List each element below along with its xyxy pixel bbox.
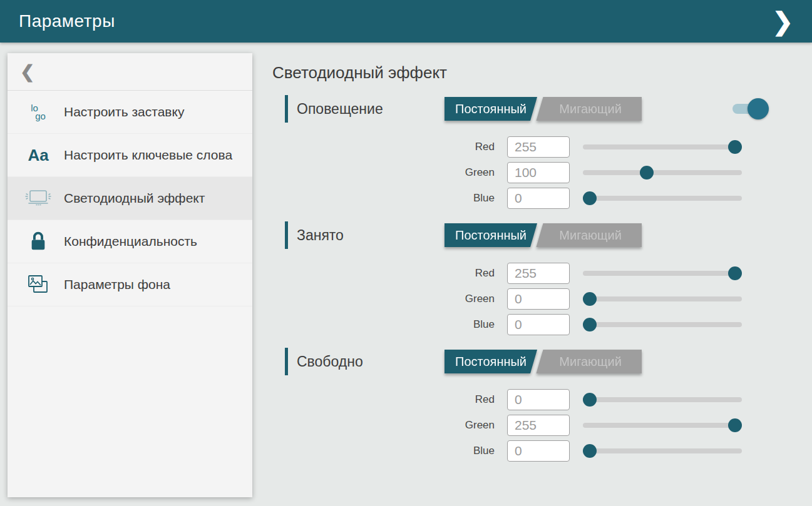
- channel-row: Green: [272, 162, 812, 183]
- channel-label: Red: [272, 141, 495, 153]
- slider-track[interactable]: [583, 296, 742, 301]
- channel-row: Red: [272, 136, 812, 158]
- page-title: Параметры: [19, 11, 115, 31]
- slider-thumb[interactable]: [728, 140, 742, 154]
- sidebar-item-label: Светодиодный эффект: [64, 190, 205, 206]
- channel-row: Blue: [272, 188, 812, 209]
- rgb-channels: Red Green Blue: [272, 389, 812, 462]
- sidebar-item-label: Параметры фона: [64, 276, 170, 293]
- toggle-thumb: [748, 98, 769, 119]
- section-accent-bar: [285, 221, 288, 249]
- channel-value-input[interactable]: [507, 162, 570, 183]
- sidebar-items: logo Настроить заставку Aa Настроить клю…: [8, 91, 252, 306]
- slider-thumb[interactable]: [583, 444, 597, 458]
- sidebar-item-privacy[interactable]: Конфиденциальность: [8, 220, 252, 263]
- slider-thumb[interactable]: [583, 292, 597, 306]
- logo-text-icon: logo: [24, 104, 53, 120]
- main-content: Светодиодный эффект Оповещение Постоянны…: [272, 43, 812, 466]
- slider-thumb[interactable]: [583, 318, 597, 331]
- channel-value-input[interactable]: [507, 188, 570, 209]
- back-chevron-icon[interactable]: ❮: [20, 61, 34, 82]
- channel-slider[interactable]: [583, 440, 742, 462]
- channel-row: Blue: [272, 440, 812, 462]
- background-images-icon: [24, 273, 53, 296]
- forward-chevron-icon[interactable]: ❯: [768, 9, 797, 34]
- channel-value-input[interactable]: [507, 415, 570, 436]
- slider-track[interactable]: [583, 170, 742, 175]
- section-enable-toggle[interactable]: [732, 104, 763, 114]
- slider-track[interactable]: [583, 144, 742, 149]
- channel-slider[interactable]: [583, 415, 742, 436]
- channel-slider[interactable]: [583, 162, 742, 183]
- channel-label: Green: [272, 166, 495, 179]
- slider-track[interactable]: [583, 448, 742, 453]
- led-section-0: Оповещение Постоянный Мигающий Red Green: [272, 95, 812, 209]
- section-accent-bar: [285, 95, 288, 123]
- sidebar-item-label: Настроить ключевые слова: [64, 147, 232, 163]
- led-display-icon: [24, 188, 53, 209]
- section-title: Оповещение: [297, 101, 383, 118]
- channel-value-input[interactable]: [507, 136, 570, 158]
- sidebar-item-screensaver[interactable]: logo Настроить заставку: [8, 91, 252, 134]
- slider-thumb[interactable]: [728, 266, 742, 280]
- section-accent-bar: [285, 348, 288, 375]
- slider-track[interactable]: [583, 322, 742, 327]
- settings-sidebar: ❮ logo Настроить заставку Aa Настроить к…: [8, 53, 252, 497]
- channel-row: Green: [272, 288, 812, 310]
- slider-track[interactable]: [583, 423, 742, 428]
- channel-value-input[interactable]: [507, 314, 570, 335]
- channel-slider[interactable]: [583, 136, 742, 158]
- channel-value-input[interactable]: [507, 288, 570, 310]
- channel-slider[interactable]: [583, 288, 742, 310]
- channel-label: Green: [272, 419, 495, 432]
- slider-thumb[interactable]: [640, 166, 654, 180]
- sidebar-back-row: ❮: [8, 53, 252, 91]
- channel-label: Blue: [272, 318, 495, 331]
- channel-row: Blue: [272, 314, 812, 335]
- mode-segmented-control: Постоянный Мигающий: [445, 223, 642, 247]
- channel-label: Green: [272, 293, 495, 305]
- channel-slider[interactable]: [583, 188, 742, 209]
- channel-value-input[interactable]: [507, 389, 570, 410]
- led-section-1: Занято Постоянный Мигающий Red Green: [272, 221, 812, 335]
- channel-slider[interactable]: [583, 314, 742, 335]
- led-section-2: Свободно Постоянный Мигающий Red Green: [272, 348, 812, 462]
- channel-label: Red: [272, 393, 495, 406]
- slider-thumb[interactable]: [583, 191, 597, 205]
- lock-icon: [24, 231, 53, 252]
- channel-row: Green: [272, 415, 812, 436]
- channel-label: Blue: [272, 192, 495, 205]
- sidebar-item-keywords[interactable]: Aa Настроить ключевые слова: [8, 134, 252, 177]
- sidebar-item-label: Настроить заставку: [64, 104, 184, 120]
- slider-thumb[interactable]: [583, 393, 597, 407]
- slider-track[interactable]: [583, 196, 742, 201]
- channel-label: Blue: [272, 445, 495, 457]
- section-title: Занято: [297, 227, 344, 244]
- led-sections: Оповещение Постоянный Мигающий Red Green: [272, 95, 812, 462]
- slider-track[interactable]: [583, 271, 742, 276]
- channel-value-input[interactable]: [507, 440, 570, 462]
- app-header: Параметры ❯: [0, 0, 812, 43]
- slider-thumb[interactable]: [728, 418, 742, 432]
- sidebar-item-led-effect[interactable]: Светодиодный эффект: [8, 177, 252, 220]
- mode-segmented-control: Постоянный Мигающий: [445, 350, 642, 373]
- sidebar-item-label: Конфиденциальность: [64, 233, 197, 250]
- sidebar-item-background[interactable]: Параметры фона: [8, 263, 252, 306]
- slider-track[interactable]: [583, 397, 742, 402]
- channel-value-input[interactable]: [507, 263, 570, 284]
- section-title: Свободно: [297, 353, 363, 370]
- content-title: Светодиодный эффект: [272, 63, 812, 83]
- channel-slider[interactable]: [583, 263, 742, 284]
- channel-slider[interactable]: [583, 389, 742, 410]
- channel-label: Red: [272, 267, 495, 280]
- keywords-icon: Aa: [24, 147, 53, 163]
- mode-segmented-control: Постоянный Мигающий: [445, 97, 642, 121]
- channel-row: Red: [272, 389, 812, 410]
- rgb-channels: Red Green Blue: [272, 136, 812, 209]
- rgb-channels: Red Green Blue: [272, 263, 812, 335]
- channel-row: Red: [272, 263, 812, 284]
